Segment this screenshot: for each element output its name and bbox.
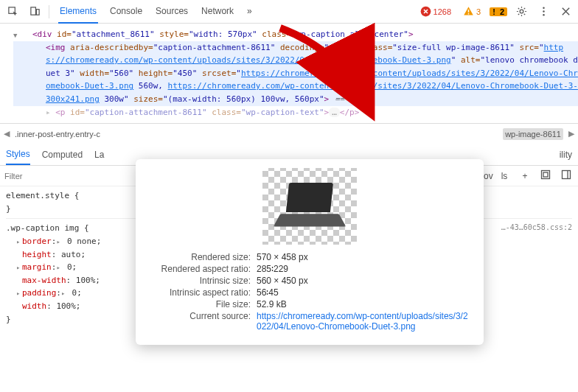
svg-rect-11: [543, 172, 548, 177]
rendered-ar-label: Rendered aspect ratio:: [147, 264, 257, 274]
svg-rect-10: [542, 171, 550, 179]
expand-toggle[interactable]: ▼: [13, 28, 22, 41]
svg-point-6: [520, 10, 523, 13]
issues-count: 2: [500, 7, 504, 16]
svg-rect-12: [563, 171, 571, 179]
intrinsic-ar-label: Intrinsic aspect ratio:: [147, 287, 257, 298]
cls-button[interactable]: ls: [497, 171, 512, 181]
bc-scroll-left[interactable]: ◀: [3, 129, 10, 139]
svg-rect-4: [468, 10, 470, 13]
svg-rect-1: [30, 7, 35, 15]
crumb-left[interactable]: .inner-post-entry.entry-c: [15, 130, 100, 139]
issues-badge[interactable]: !2: [490, 7, 507, 16]
gear-icon[interactable]: [513, 4, 529, 20]
bc-scroll-right[interactable]: ▶: [568, 129, 575, 139]
svg-point-8: [543, 10, 544, 12]
intrinsic-ar-value: 56∶45: [257, 287, 472, 298]
svg-point-9: [543, 14, 544, 15]
laptop-illustration: [274, 183, 345, 230]
svg-rect-2: [36, 10, 39, 15]
errors-count: 1268: [434, 7, 451, 16]
errors-badge[interactable]: 1268: [417, 5, 454, 18]
tab-sources[interactable]: Sources: [154, 0, 189, 24]
separator: [49, 5, 49, 18]
styles-filter-input[interactable]: [4, 172, 108, 181]
dom-node-div[interactable]: ▼ <div id="attachment_8611" style="width…: [13, 28, 578, 41]
file-size-value: 52.9 kB: [257, 299, 472, 309]
svg-rect-5: [468, 13, 470, 15]
warnings-badge[interactable]: 3: [460, 5, 484, 18]
rule-source-link[interactable]: …-43…60c58.css:2: [501, 222, 572, 234]
subtab-computed[interactable]: Computed: [42, 145, 83, 164]
rendered-size-label: Rendered size:: [147, 252, 257, 262]
warnings-count: 3: [476, 7, 481, 16]
computed-toggle-icon[interactable]: [538, 169, 553, 182]
tab-console[interactable]: Console: [108, 0, 144, 24]
tag-open: <div: [32, 29, 52, 39]
image-info-popup: Rendered size:570 × 458 px Rendered aspe…: [136, 159, 484, 345]
device-toggle-icon[interactable]: [27, 4, 43, 20]
current-source-link[interactable]: https://chromeready.com/wp-content/uploa…: [257, 311, 472, 332]
current-source-label: Current source:: [147, 311, 257, 332]
dom-tree: ▼ <div id="attachment_8611" style="width…: [0, 24, 578, 123]
subtab-accessibility[interactable]: ility: [560, 145, 572, 164]
new-style-button[interactable]: +: [518, 171, 532, 181]
breadcrumb: ◀ .inner-post-entry.entry-c wp-image-861…: [0, 123, 578, 144]
tab-network[interactable]: Network: [200, 0, 235, 24]
rendered-ar-value: 285∶229: [257, 264, 472, 274]
tab-elements[interactable]: Elements: [58, 0, 98, 24]
intrinsic-size-label: Intrinsic size:: [147, 276, 257, 286]
dollar-zero: == $0: [335, 94, 359, 104]
devtools-toolbar: Elements Console Sources Network » 1268 …: [0, 0, 578, 24]
tab-more[interactable]: »: [246, 0, 254, 24]
sidebar-toggle-icon[interactable]: [559, 169, 574, 182]
panel-tabs: Elements Console Sources Network »: [58, 0, 254, 24]
file-size-label: File size:: [147, 299, 257, 309]
image-thumbnail: [262, 168, 357, 245]
intrinsic-size-value: 560 × 450 px: [257, 276, 472, 286]
subtab-styles[interactable]: Styles: [6, 144, 30, 165]
crumb-right[interactable]: wp-image-8611: [503, 128, 563, 140]
close-icon[interactable]: [557, 4, 574, 20]
subtab-layout[interactable]: La: [94, 145, 104, 164]
kebab-icon[interactable]: [535, 4, 551, 20]
dom-node-img[interactable]: <img aria-describedby="caption-attachmen…: [13, 41, 578, 106]
rendered-size-value: 570 × 458 px: [257, 252, 472, 262]
inspect-icon[interactable]: [4, 4, 21, 20]
dom-node-p[interactable]: ▸ <p id="caption-attachment-8611" class=…: [13, 106, 578, 119]
svg-point-7: [543, 7, 544, 9]
